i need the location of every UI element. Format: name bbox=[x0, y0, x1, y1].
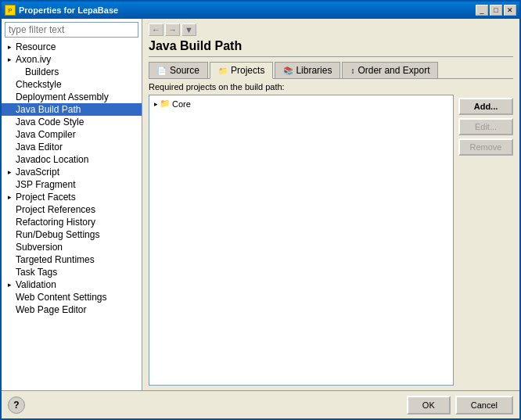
expander-icon[interactable]: ▸ bbox=[5, 168, 14, 176]
sidebar-item-label: Java Editor bbox=[16, 142, 63, 153]
sidebar-item-run-debug-settings[interactable]: Run/Debug Settings bbox=[2, 228, 142, 241]
main-toolbar: ← → ▼ bbox=[149, 23, 513, 36]
sidebar-item-subversion[interactable]: Subversion bbox=[2, 241, 142, 253]
minimize-button[interactable]: _ bbox=[476, 5, 488, 16]
sidebar-item-axon-ivy[interactable]: ▸Axon.ivy bbox=[2, 53, 142, 66]
sidebar-item-checkstyle[interactable]: Checkstyle bbox=[2, 78, 142, 91]
edit-button[interactable]: Edit... bbox=[458, 118, 513, 135]
sidebar-item-java-editor[interactable]: Java Editor bbox=[2, 141, 142, 153]
project-list-area: Required projects on the build path: ▸📁C… bbox=[149, 82, 454, 386]
tab-label: Source bbox=[170, 65, 199, 76]
sidebar-item-label: Resource bbox=[16, 41, 56, 52]
project-name: Core bbox=[172, 99, 191, 109]
bottom-bar: ? OK Cancel bbox=[2, 390, 519, 418]
content-area: Required projects on the build path: ▸📁C… bbox=[149, 82, 513, 386]
main-content: ▸Resource▸Axon.ivy Builders Checkstyle D… bbox=[2, 19, 519, 390]
sidebar-item-label: Java Code Style bbox=[16, 117, 84, 127]
add-button[interactable]: Add... bbox=[458, 98, 513, 115]
window-title: Properties for LepaBase bbox=[19, 5, 118, 15]
title-bar: P Properties for LepaBase _ □ ✕ bbox=[2, 2, 519, 19]
tab-label: Libraries bbox=[296, 65, 332, 76]
window-icon: P bbox=[5, 5, 16, 16]
sidebar-item-label: Deployment Assembly bbox=[16, 92, 109, 102]
sidebar-item-label: Web Page Editor bbox=[16, 304, 87, 315]
projects-tab-icon: 📁 bbox=[218, 66, 228, 75]
sidebar-item-javascript[interactable]: ▸JavaScript bbox=[2, 166, 142, 178]
sidebar-item-label: Project References bbox=[16, 204, 95, 215]
sidebar-item-label: Refactoring History bbox=[16, 217, 95, 228]
tab-libraries[interactable]: 📚Libraries bbox=[275, 62, 340, 78]
sidebar-item-label: Java Build Path bbox=[16, 104, 81, 115]
forward-button[interactable]: → bbox=[165, 23, 180, 36]
main-panel: ← → ▼ Java Build Path 📄Source📁Projects📚L… bbox=[142, 19, 519, 390]
sidebar-item-refactoring-history[interactable]: Refactoring History bbox=[2, 216, 142, 228]
sidebar-item-web-content-settings[interactable]: Web Content Settings bbox=[2, 291, 142, 303]
title-bar-left: P Properties for LepaBase bbox=[5, 5, 118, 16]
expander-icon[interactable]: ▸ bbox=[5, 281, 14, 289]
sidebar-item-label: Java Compiler bbox=[16, 129, 76, 140]
bottom-buttons: OK Cancel bbox=[407, 396, 513, 415]
sidebar-item-label: JavaScript bbox=[16, 167, 59, 178]
sidebar-item-label: Validation bbox=[16, 279, 56, 290]
tab-bar: 📄Source📁Projects📚Libraries↕Order and Exp… bbox=[149, 62, 513, 79]
close-button[interactable]: ✕ bbox=[504, 5, 516, 16]
tab-source[interactable]: 📄Source bbox=[149, 62, 208, 78]
dropdown-button[interactable]: ▼ bbox=[181, 23, 196, 36]
expander-icon[interactable]: ▸ bbox=[5, 56, 14, 63]
sidebar-item-web-page-editor[interactable]: Web Page Editor bbox=[2, 303, 142, 316]
action-buttons: Add... Edit... Remove bbox=[458, 82, 513, 386]
sidebar-item-validation[interactable]: ▸Validation bbox=[2, 278, 142, 291]
remove-button[interactable]: Remove bbox=[458, 138, 513, 156]
sidebar-item-label: Axon.ivy bbox=[16, 54, 51, 65]
sidebar-item-javadoc-location[interactable]: Javadoc Location bbox=[2, 153, 142, 166]
sidebar-item-java-code-style[interactable]: Java Code Style bbox=[2, 116, 142, 128]
required-label: Required projects on the build path: bbox=[149, 82, 454, 92]
sidebar-item-resource[interactable]: ▸Resource bbox=[2, 41, 142, 53]
sidebar-item-targeted-runtimes[interactable]: Targeted Runtimes bbox=[2, 253, 142, 266]
properties-window: P Properties for LepaBase _ □ ✕ ▸Resourc… bbox=[0, 0, 521, 420]
window-controls: _ □ ✕ bbox=[476, 5, 516, 16]
sidebar-item-label: Subversion bbox=[16, 242, 63, 253]
sidebar-item-label: Checkstyle bbox=[16, 79, 62, 90]
project-expander-icon[interactable]: ▸ bbox=[154, 100, 158, 108]
expander-icon[interactable]: ▸ bbox=[5, 43, 14, 51]
sidebar-item-label: Project Facets bbox=[16, 192, 76, 203]
tab-order-export[interactable]: ↕Order and Export bbox=[342, 62, 438, 78]
help-button[interactable]: ? bbox=[8, 397, 25, 414]
maximize-button[interactable]: □ bbox=[490, 5, 502, 16]
back-button[interactable]: ← bbox=[149, 23, 163, 36]
ok-button[interactable]: OK bbox=[407, 396, 451, 415]
libraries-tab-icon: 📚 bbox=[283, 66, 293, 75]
tree-list: ▸Resource▸Axon.ivy Builders Checkstyle D… bbox=[2, 41, 142, 390]
sidebar: ▸Resource▸Axon.ivy Builders Checkstyle D… bbox=[2, 19, 142, 390]
tab-label: Order and Export bbox=[358, 65, 429, 76]
sidebar-item-java-build-path[interactable]: Java Build Path bbox=[2, 103, 142, 116]
panel-title: Java Build Path bbox=[149, 39, 513, 57]
sidebar-item-label: Builders bbox=[25, 66, 59, 77]
expander-icon[interactable]: ▸ bbox=[5, 193, 14, 201]
filter-input[interactable] bbox=[5, 22, 138, 38]
sidebar-item-deployment-assembly[interactable]: Deployment Assembly bbox=[2, 91, 142, 103]
sidebar-item-label: Task Tags bbox=[16, 267, 57, 278]
sidebar-item-label: JSP Fragment bbox=[16, 179, 75, 190]
source-tab-icon: 📄 bbox=[157, 66, 167, 75]
order-export-tab-icon: ↕ bbox=[350, 66, 354, 75]
sidebar-item-java-compiler[interactable]: Java Compiler bbox=[2, 128, 142, 141]
sidebar-item-project-references[interactable]: Project References bbox=[2, 203, 142, 216]
sidebar-item-label: Targeted Runtimes bbox=[16, 254, 95, 265]
sidebar-item-task-tags[interactable]: Task Tags bbox=[2, 266, 142, 278]
project-folder-icon: 📁 bbox=[160, 99, 171, 109]
sidebar-item-project-facets[interactable]: ▸Project Facets bbox=[2, 191, 142, 203]
project-item[interactable]: ▸📁Core bbox=[151, 97, 451, 110]
sidebar-item-label: Javadoc Location bbox=[16, 154, 88, 165]
sidebar-item-builders[interactable]: Builders bbox=[2, 66, 142, 78]
sidebar-item-jsp-fragment[interactable]: JSP Fragment bbox=[2, 178, 142, 191]
tab-projects[interactable]: 📁Projects bbox=[210, 62, 273, 79]
tab-label: Projects bbox=[231, 65, 264, 76]
sidebar-item-label: Web Content Settings bbox=[16, 292, 107, 303]
cancel-button[interactable]: Cancel bbox=[455, 396, 513, 415]
sidebar-item-label: Run/Debug Settings bbox=[16, 229, 99, 240]
project-tree: ▸📁Core bbox=[149, 95, 454, 386]
